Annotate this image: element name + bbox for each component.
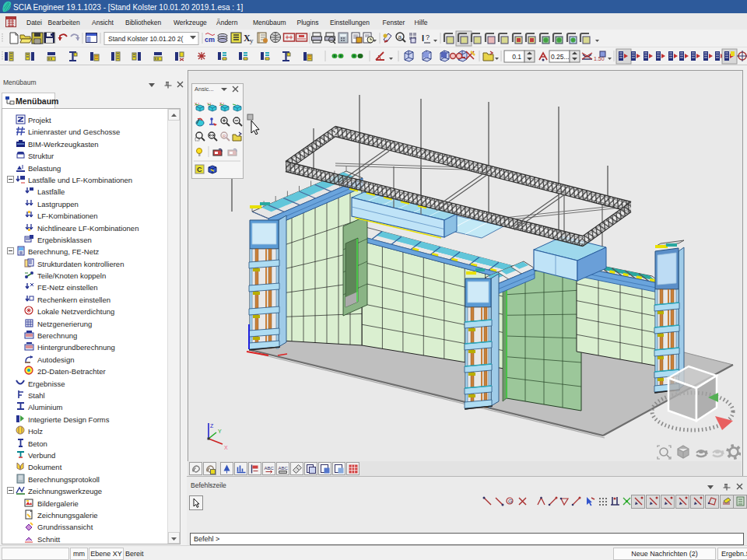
svg-text:I: I [422,33,424,43]
svg-text:?: ? [426,33,430,41]
svg-text:ABC: ABC [265,466,275,471]
svg-text:X: X [224,445,228,450]
svg-text:0.25...: 0.25... [551,53,570,61]
svg-text:R: R [223,134,226,138]
svg-text:Y: Y [218,429,222,434]
svg-text:0.1: 0.1 [512,53,521,61]
svg-text:Stand Kolster 10.01.20 2(: Stand Kolster 10.01.20 2( [108,35,184,43]
svg-text:Z: Z [210,423,214,429]
svg-text:G: G [508,499,512,504]
svg-text:y: y [250,37,254,44]
svg-text:a: a [398,33,402,40]
svg-text:cm: cm [205,36,215,44]
svg-text:Ansic...: Ansic... [195,86,214,93]
svg-text:C: C [197,166,202,173]
svg-text:ABC: ABC [279,466,289,471]
